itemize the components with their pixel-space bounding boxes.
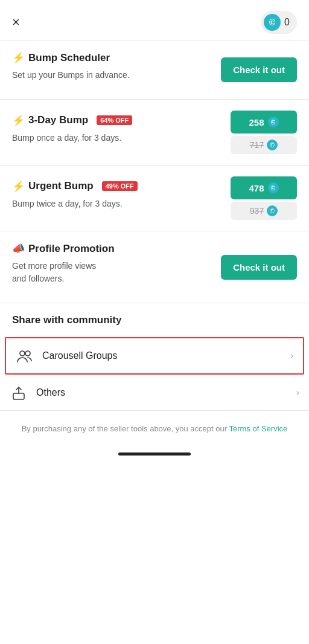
svg-point-1 — [25, 351, 30, 356]
bump-scheduler-button[interactable]: Check it out — [221, 57, 297, 82]
share-title: Share with community — [12, 314, 297, 326]
terms-section: By purchasing any of the seller tools ab… — [0, 411, 309, 441]
urgent-bump-title: ⚡ Urgent Bump 49% OFF — [12, 180, 138, 193]
three-day-price-value: 258 — [249, 117, 264, 127]
list-item-others[interactable]: Others › — [0, 375, 309, 410]
three-day-price-col: 258 © 717 © — [231, 111, 297, 154]
profile-promotion-section: 📣 Profile Promotion Get more profile vie… — [0, 231, 309, 303]
three-day-bump-left: ⚡ 3-Day Bump 64% OFF Bump once a day, fo… — [12, 114, 132, 151]
terms-text: By purchasing any of the seller tools ab… — [22, 424, 227, 433]
three-day-price-button[interactable]: 258 © — [231, 111, 297, 134]
coin-count: 0 — [284, 17, 290, 28]
three-day-bump-section: ⚡ 3-Day Bump 64% OFF Bump once a day, fo… — [0, 100, 309, 165]
list-item-carousell-groups[interactable]: Carousell Groups › — [5, 337, 304, 375]
groups-icon — [16, 347, 34, 365]
bump-scheduler-row: ⚡ Bump Scheduler Set up your Bumps in ad… — [12, 51, 297, 88]
three-day-badge: 64% OFF — [97, 115, 132, 125]
urgent-bump-row: ⚡ Urgent Bump 49% OFF Bump twice a day, … — [12, 176, 297, 220]
megaphone-icon: 📣 — [12, 242, 25, 255]
urgent-price-col: 478 © 937 © — [231, 176, 297, 220]
urgent-price-button[interactable]: 478 © — [231, 176, 297, 199]
bump-scheduler-left: ⚡ Bump Scheduler Set up your Bumps in ad… — [12, 51, 130, 88]
three-day-bump-row: ⚡ 3-Day Bump 64% OFF Bump once a day, fo… — [12, 111, 297, 154]
share-icon — [10, 384, 28, 402]
three-day-desc: Bump once a day, for 3 days. — [12, 132, 132, 144]
svg-rect-2 — [13, 393, 24, 399]
coin-icon-urgent: © — [268, 182, 279, 193]
three-day-original-price: 717 © — [231, 136, 297, 154]
home-indicator — [118, 452, 191, 456]
bottom-bar — [0, 440, 309, 464]
lightning-icon-scheduler: ⚡ — [12, 51, 25, 64]
urgent-bump-left: ⚡ Urgent Bump 49% OFF Bump twice a day, … — [12, 180, 138, 217]
urgent-desc: Bump twice a day, for 3 days. — [12, 198, 138, 210]
lightning-icon-urgent: ⚡ — [12, 180, 25, 193]
profile-promotion-row: 📣 Profile Promotion Get more profile vie… — [12, 242, 297, 292]
bump-scheduler-section: ⚡ Bump Scheduler Set up your Bumps in ad… — [0, 40, 309, 99]
carousell-groups-label: Carousell Groups — [42, 350, 282, 361]
coin-icon-urgent-original: © — [267, 205, 278, 216]
svg-point-0 — [20, 351, 25, 356]
share-section: Share with community — [0, 303, 309, 337]
coin-icon-3day: © — [268, 117, 279, 127]
urgent-original-price: 937 © — [231, 202, 297, 220]
three-day-bump-title: ⚡ 3-Day Bump 64% OFF — [12, 114, 132, 127]
bump-scheduler-desc: Set up your Bumps in advance. — [12, 69, 130, 81]
header: × © 0 — [0, 0, 309, 40]
close-icon[interactable]: × — [12, 16, 20, 29]
profile-promotion-desc: Get more profile views and followers. — [12, 260, 115, 285]
terms-link[interactable]: Terms of Service — [229, 424, 287, 433]
profile-promotion-title: 📣 Profile Promotion — [12, 242, 115, 255]
coin-icon-3day-original: © — [267, 140, 278, 150]
profile-promotion-left: 📣 Profile Promotion Get more profile vie… — [12, 242, 115, 292]
bump-scheduler-title: ⚡ Bump Scheduler — [12, 51, 130, 64]
urgent-badge: 49% OFF — [102, 181, 138, 191]
chevron-others: › — [296, 387, 299, 398]
coin-icon: © — [264, 14, 281, 31]
coin-badge[interactable]: © 0 — [261, 11, 297, 34]
others-label: Others — [36, 387, 288, 398]
lightning-icon-3day: ⚡ — [12, 114, 25, 127]
chevron-groups: › — [290, 350, 293, 361]
urgent-price-value: 478 — [249, 183, 264, 193]
profile-promotion-button[interactable]: Check it out — [221, 255, 297, 280]
urgent-bump-section: ⚡ Urgent Bump 49% OFF Bump twice a day, … — [0, 166, 309, 231]
